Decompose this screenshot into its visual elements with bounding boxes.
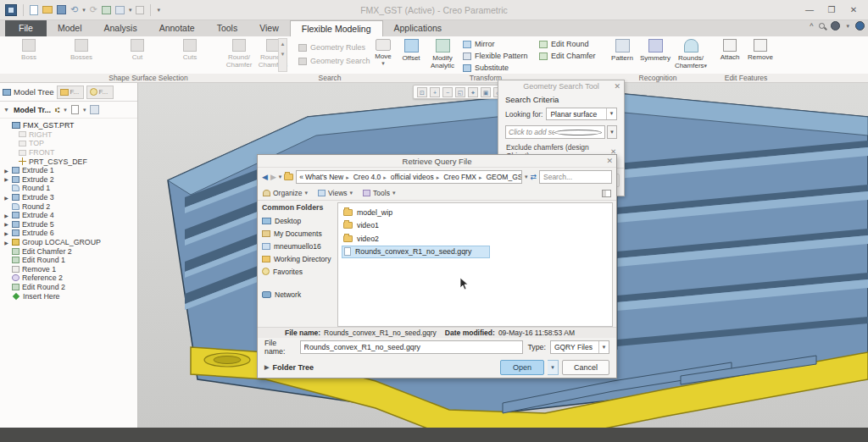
display-style-icon[interactable]: ▣ <box>481 87 491 97</box>
file-row-folder[interactable]: model_wip <box>342 206 490 219</box>
geometry-search-button[interactable]: Geometry Search <box>298 57 370 65</box>
tab-model[interactable]: Model <box>47 20 93 36</box>
redo-icon[interactable]: ⟳ <box>90 4 97 15</box>
tree-item[interactable]: ▶Extrude 1 <box>3 166 137 175</box>
zoom-in-icon[interactable]: + <box>430 87 440 97</box>
move-button[interactable]: Move▾ <box>370 38 397 67</box>
tree-item[interactable]: ▶Group LOCAL_GROUP <box>3 238 137 247</box>
tree-item[interactable]: ▶Edit Chamfer 2 <box>3 246 137 256</box>
expand-arrow-icon[interactable]: ▶ <box>3 176 9 182</box>
rounds-chamfers-recognition-button[interactable]: Rounds/ Chamfers▾ <box>673 38 709 69</box>
open-dropdown-icon[interactable]: ▼ <box>548 360 559 375</box>
expand-arrow-icon[interactable]: ▶ <box>3 230 9 236</box>
cuts-button[interactable]: Cuts <box>168 38 212 61</box>
cancel-button[interactable]: Cancel <box>562 360 609 375</box>
criteria-input[interactable]: Click to add search criteria <box>505 125 605 139</box>
attach-button[interactable]: Attach <box>715 38 744 61</box>
edit-chamfer-button[interactable]: Edit Chamfer <box>539 52 596 60</box>
refresh-icon[interactable]: ⇄ <box>530 173 537 181</box>
chevron-down-icon[interactable]: ▼ <box>598 341 609 353</box>
expand-arrow-icon[interactable]: ▶ <box>3 168 9 174</box>
windows-dropdown-icon[interactable]: ▾ <box>129 7 132 14</box>
tree-item[interactable]: ▶Remove 1 <box>3 265 137 274</box>
tree-item[interactable]: ▶Edit Round 1 <box>3 256 137 265</box>
sidebar-item-user[interactable]: mneumuello16 <box>262 240 336 252</box>
sidebar-item-working-directory[interactable]: Working Directory <box>262 252 336 265</box>
new-file-icon[interactable] <box>30 5 38 15</box>
connect-icon[interactable] <box>831 21 840 30</box>
tree-item[interactable]: ▶Extrude 4 <box>3 211 137 220</box>
tab-applications[interactable]: Applications <box>383 20 453 36</box>
tree-item[interactable]: ▶Round 1 <box>3 184 137 193</box>
sidebar-item-my-documents[interactable]: My Documents <box>262 227 336 240</box>
sidebar-item-desktop[interactable]: Desktop <box>262 214 336 227</box>
tree-item[interactable]: ▶TOP <box>3 139 137 148</box>
save-icon[interactable] <box>57 5 66 14</box>
chevron-down-icon[interactable]: ▼ <box>606 108 616 119</box>
tree-item[interactable]: ▶Edit Round 2 <box>3 283 137 292</box>
preview-toggle-icon[interactable] <box>602 190 611 197</box>
bosses-button[interactable]: Bosses <box>59 38 103 61</box>
tree-settings-icon[interactable] <box>90 105 99 114</box>
sidebar-item-network[interactable]: Network <box>262 288 336 301</box>
open-file-icon[interactable] <box>42 6 53 14</box>
back-icon[interactable]: ◀ <box>262 173 268 181</box>
tab-tools[interactable]: Tools <box>206 20 249 36</box>
expand-arrow-icon[interactable]: ▶ <box>3 195 9 201</box>
model-tree-tab[interactable]: Model Tree <box>3 87 54 97</box>
app-icon[interactable] <box>5 4 17 16</box>
organize-menu[interactable]: Organize▾ <box>263 189 308 197</box>
offset-button[interactable]: Offset <box>397 38 426 62</box>
windows-icon[interactable] <box>115 6 125 14</box>
tree-item[interactable]: ▶Extrude 6 <box>3 229 137 238</box>
breadcrumb[interactable]: « What's New Creo 4.0 official videos Cr… <box>296 170 522 184</box>
tree-item[interactable]: ▶Reference 2 <box>3 273 137 283</box>
sidebar-item-favorites[interactable]: Favorites <box>262 265 336 278</box>
zoom-out-icon[interactable]: − <box>442 87 453 97</box>
dialog-search-input[interactable]: Search... <box>539 170 612 184</box>
zoom-region-icon[interactable]: ⊡ <box>417 87 427 97</box>
tree-columns-dropdown-icon[interactable]: ▾ <box>83 107 86 113</box>
type-select[interactable]: GQRY Files▼ <box>550 340 609 354</box>
close-button[interactable]: ✕ <box>848 5 860 14</box>
file-row-selected[interactable]: Rounds_convex_R1_no_seed.gqry <box>342 246 490 259</box>
tree-item[interactable]: ▶FRONT <box>3 148 137 157</box>
qat-customize-icon[interactable]: ▾ <box>157 7 160 14</box>
tree-item[interactable]: ▶PRT_CSYS_DEF <box>3 157 137 166</box>
boss-button[interactable]: Boss <box>7 38 51 61</box>
file-row-folder[interactable]: video2 <box>342 232 490 246</box>
edit-round-button[interactable]: Edit Round <box>539 40 589 48</box>
tools-menu[interactable]: Tools▾ <box>363 189 395 197</box>
command-search-icon[interactable] <box>819 23 825 29</box>
tree-item[interactable]: ▶Extrude 3 <box>3 193 137 202</box>
remove-button[interactable]: Remove <box>744 38 776 61</box>
criteria-dropdown-icon[interactable]: ▼ <box>607 125 617 139</box>
tree-filter-icon[interactable]: ⑆ <box>55 106 59 114</box>
tab-analysis[interactable]: Analysis <box>93 20 148 36</box>
tree-filter-dropdown-icon[interactable]: ▾ <box>64 107 67 113</box>
views-menu[interactable]: Views▾ <box>318 189 353 197</box>
favorites-tab[interactable]: F... <box>86 86 114 99</box>
looking-for-select[interactable]: Planar surface▼ <box>546 108 617 120</box>
folder-tree-toggle[interactable]: ▶Folder Tree <box>264 363 314 372</box>
expand-arrow-icon[interactable]: ▶ <box>3 213 9 218</box>
minimize-button[interactable]: — <box>804 5 815 14</box>
expand-arrow-icon[interactable]: ▶ <box>3 221 9 227</box>
cut-button[interactable]: Cut <box>115 38 159 61</box>
tree-item[interactable]: ▶Insert Here <box>3 291 137 301</box>
refit-icon[interactable]: ◱ <box>455 87 465 97</box>
close-window-icon[interactable] <box>136 6 144 14</box>
tab-flexible-modeling[interactable]: Flexible Modeling <box>290 20 383 36</box>
tab-view[interactable]: View <box>248 20 290 36</box>
close-icon[interactable]: ✕ <box>606 155 613 168</box>
tree-item[interactable]: ▶FMX_GST.PRT <box>3 121 137 130</box>
repaint-icon[interactable]: ✦ <box>468 87 478 97</box>
collapse-ribbon-icon[interactable]: ^ <box>810 22 813 30</box>
tree-item[interactable]: ▶RIGHT <box>3 130 137 140</box>
expand-arrow-icon[interactable]: ▶ <box>3 240 9 246</box>
forward-icon[interactable]: ▶ <box>270 173 276 181</box>
geometry-rules-button[interactable]: Geometry Rules <box>298 43 365 52</box>
open-button[interactable]: Open <box>500 360 544 375</box>
rounds-chamfers-button[interactable]: Rounds/ Chamfers <box>251 38 295 69</box>
tree-columns-icon[interactable] <box>71 105 79 114</box>
